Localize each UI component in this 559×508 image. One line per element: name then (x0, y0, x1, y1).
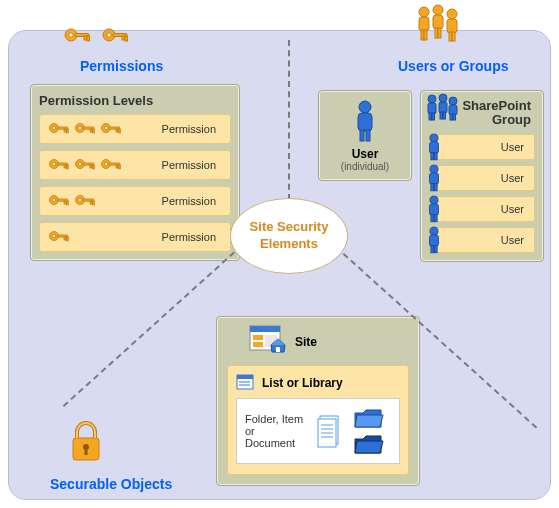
svg-point-10 (417, 40, 437, 46)
svg-point-12 (419, 7, 429, 17)
key-icon (74, 157, 96, 173)
svg-rect-58 (67, 201, 69, 205)
svg-rect-42 (64, 165, 66, 168)
svg-rect-53 (119, 165, 121, 169)
person-icon (425, 163, 443, 192)
section-title-securable-objects: Securable Objects (50, 476, 172, 492)
group-user-row: User (429, 134, 535, 160)
permission-row: Permission (39, 186, 231, 216)
svg-rect-15 (424, 30, 427, 40)
svg-point-93 (430, 196, 438, 204)
svg-rect-68 (67, 237, 69, 241)
folder-label: Folder, Item or Document (245, 413, 307, 449)
svg-rect-33 (93, 129, 95, 133)
svg-rect-48 (93, 165, 95, 169)
svg-point-73 (428, 95, 436, 103)
sharepoint-group-panel: SharePoint Group UserUserUserUser (420, 90, 544, 262)
permission-label: Permission (162, 195, 222, 207)
svg-rect-72 (366, 130, 370, 141)
key-icon (48, 229, 70, 245)
svg-point-45 (78, 162, 81, 165)
user-label: User (327, 147, 403, 161)
svg-rect-94 (430, 203, 439, 215)
key-icon (48, 157, 70, 173)
key-icon (100, 121, 122, 137)
svg-point-77 (439, 94, 447, 102)
key-icon (74, 193, 96, 209)
section-title-users-groups: Users or Groups (398, 58, 508, 74)
center-label: Site Security Elements (231, 219, 347, 253)
folder-icon (353, 433, 385, 455)
svg-rect-88 (434, 152, 437, 159)
group-user-label: User (501, 234, 528, 246)
key-icon (48, 121, 70, 137)
permission-row: Permission (39, 114, 231, 144)
site-label: Site (295, 335, 317, 349)
svg-rect-21 (447, 19, 457, 33)
svg-rect-80 (443, 112, 446, 119)
site-panel: Site List or Library Folder, Item or Doc… (216, 316, 420, 486)
svg-rect-75 (429, 113, 432, 120)
svg-rect-102 (250, 326, 280, 332)
center-ellipse: Site Security Elements (230, 198, 348, 274)
svg-rect-37 (116, 129, 118, 132)
svg-rect-76 (432, 113, 435, 120)
svg-rect-8 (122, 36, 125, 40)
svg-point-60 (78, 198, 81, 201)
svg-rect-52 (116, 165, 118, 168)
diagram-canvas: Site Security Elements Permissions Users… (0, 0, 559, 508)
permission-row: Permission (39, 150, 231, 180)
permission-row: Permission (39, 222, 231, 252)
svg-rect-98 (430, 234, 439, 246)
svg-rect-103 (253, 335, 263, 340)
svg-rect-84 (453, 114, 456, 120)
svg-rect-90 (430, 172, 439, 184)
svg-rect-99 (431, 245, 434, 252)
svg-rect-108 (276, 347, 280, 352)
folder-icon (353, 407, 385, 429)
key-icon (100, 26, 130, 54)
permission-levels-title: Permission Levels (39, 93, 231, 108)
svg-rect-17 (433, 15, 443, 29)
svg-rect-23 (452, 32, 455, 41)
person-icon (425, 194, 443, 223)
svg-rect-83 (450, 114, 453, 120)
svg-rect-57 (64, 201, 66, 204)
group-user-label: User (501, 141, 528, 153)
svg-rect-27 (64, 129, 66, 132)
permission-label: Permission (162, 231, 222, 243)
svg-rect-86 (430, 141, 439, 153)
document-icon (317, 414, 343, 448)
permission-label: Permission (162, 123, 222, 135)
user-sublabel: (individual) (327, 161, 403, 172)
svg-rect-32 (90, 129, 92, 132)
svg-rect-62 (90, 201, 92, 204)
group-user-row: User (429, 196, 535, 222)
svg-rect-28 (67, 129, 69, 133)
folder-item-doc-box: Folder, Item or Document (236, 398, 400, 464)
lock-icon (66, 418, 106, 467)
svg-rect-67 (64, 237, 66, 240)
permission-label: Permission (162, 159, 222, 171)
svg-point-69 (359, 101, 371, 113)
key-icon (48, 193, 70, 209)
svg-rect-47 (90, 165, 92, 168)
person-icon (425, 225, 443, 254)
svg-rect-91 (431, 183, 434, 190)
svg-point-55 (52, 198, 55, 201)
svg-point-85 (430, 134, 438, 142)
key-icon (62, 26, 92, 54)
svg-rect-9 (125, 36, 128, 41)
svg-rect-79 (440, 112, 443, 119)
person-icon (350, 99, 380, 143)
svg-rect-110 (237, 375, 253, 379)
svg-rect-87 (431, 152, 434, 159)
svg-point-6 (107, 33, 111, 37)
permission-levels-panel: Permission Levels PermissionPermissionPe… (30, 84, 240, 261)
svg-rect-74 (428, 103, 436, 114)
user-individual-panel: User (individual) (318, 90, 412, 181)
site-icon (249, 325, 289, 359)
svg-point-30 (78, 126, 81, 129)
svg-point-81 (449, 97, 457, 105)
svg-rect-92 (434, 183, 437, 190)
